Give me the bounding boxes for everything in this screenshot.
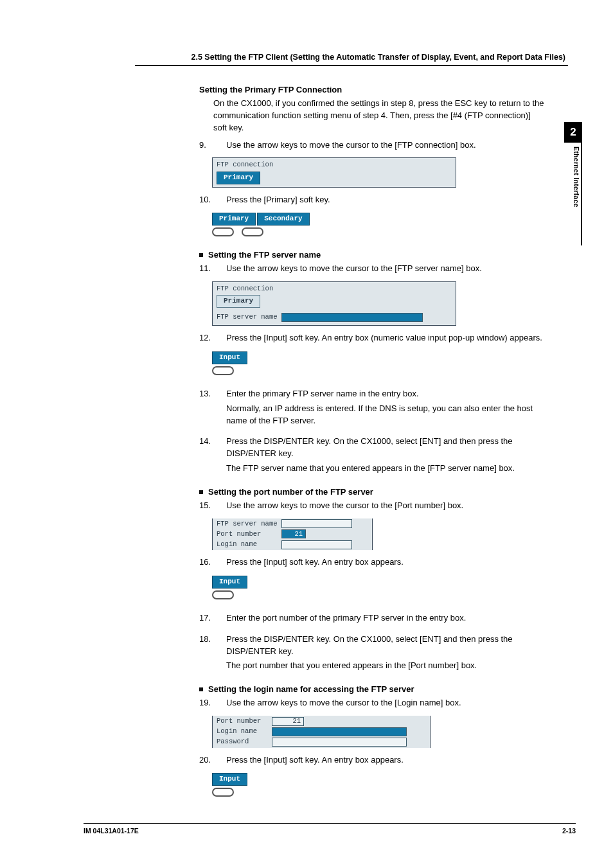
page-content: Setting the Primary FTP Connection On th… [199, 84, 546, 801]
step-17: 17. Enter the port number of the primary… [199, 612, 546, 627]
figure-input-softkey: Input [212, 772, 546, 801]
group-label: FTP connection [217, 284, 452, 294]
field-label-port-number: Port number [217, 716, 268, 726]
step-number: 20. [199, 754, 216, 769]
softkey-button-icon [212, 788, 234, 797]
step-text-line1: Press the DISP/ENTER key. On the CX1000,… [226, 436, 546, 460]
figure-input-softkey: Input [212, 575, 546, 603]
field-input-port-number: 21 [281, 529, 306, 538]
group-label: FTP connection [217, 160, 452, 170]
step-text: Press the [Input] soft key. An entry box… [226, 754, 546, 766]
heading-port-number-text: Setting the port number of the FTP serve… [208, 487, 373, 497]
step-text-line1: Press the DISP/ENTER key. On the CX1000,… [226, 633, 546, 658]
intro-paragraph: On the CX1000, if you confirmed the sett… [213, 98, 546, 134]
heading-login-name: Setting the login name for accessing the… [199, 684, 546, 696]
heading-primary-ftp: Setting the Primary FTP Connection [199, 84, 546, 96]
chapter-number-badge: 2 [564, 122, 582, 143]
step-text: Press the [Primary] soft key. [226, 194, 546, 206]
figure-primary-secondary-softkeys: PrimarySecondary [212, 212, 546, 240]
primary-chip-dim: Primary [217, 295, 260, 308]
step-number: 17. [199, 612, 216, 627]
step-number: 19. [199, 697, 216, 712]
heading-server-name: Setting the FTP server name [199, 249, 546, 261]
field-input-login-name [272, 727, 407, 736]
step-text: Use the arrow keys to move the cursor to… [226, 139, 546, 152]
step-20: 20. Press the [Input] soft key. An entry… [199, 754, 546, 769]
figure-login-name-box: Port number 21 Login name Password [212, 716, 546, 748]
step-text: Enter the port number of the primary FTP… [226, 612, 546, 624]
step-number: 14. [199, 436, 216, 477]
heading-login-name-text: Setting the login name for accessing the… [208, 684, 414, 694]
field-label-login-name: Login name [217, 540, 278, 549]
step-text-line2: The port number that you entered appears… [226, 660, 546, 672]
step-text: Press the [Input] soft key. An entry box… [226, 332, 546, 344]
step-18: 18. Press the DISP/ENTER key. On the CX1… [199, 633, 546, 675]
step-19: 19. Use the arrow keys to move the curso… [199, 697, 546, 712]
chapter-side-tab: 2 Ethernet Interface [564, 122, 582, 231]
field-label-port-number: Port number [217, 529, 278, 539]
field-input-login-name [281, 540, 352, 549]
step-text: Press the [Input] soft key. An entry box… [226, 556, 546, 569]
softkey-button-icon [242, 227, 263, 236]
step-15: 15. Use the arrow keys to move the curso… [199, 500, 546, 515]
field-input-server-name [281, 519, 352, 528]
input-softkey-label: Input [212, 576, 247, 589]
step-number: 13. [199, 388, 216, 430]
step-number: 15. [199, 500, 216, 515]
step-16: 16. Press the [Input] soft key. An entry… [199, 556, 546, 571]
section-header: 2.5 Setting the FTP Client (Setting the … [135, 51, 568, 66]
footer-page-number: 2-13 [562, 826, 576, 836]
figure-port-number-box: FTP server name Port number 21 Login nam… [212, 518, 546, 551]
field-label-password: Password [217, 737, 268, 747]
primary-chip: Primary [217, 172, 260, 184]
step-number: 18. [199, 633, 216, 675]
figure-ftp-connection-box: FTP connection Primary [212, 157, 546, 187]
page-footer: IM 04L31A01-17E 2-13 [84, 823, 576, 836]
step-text-line1: Enter the primary FTP server name in the… [226, 388, 546, 400]
chapter-tab-label: Ethernet Interface [571, 146, 581, 245]
step-10: 10. Press the [Primary] soft key. [199, 194, 546, 209]
step-text: Use the arrow keys to move the cursor to… [226, 263, 546, 275]
field-label-server-name: FTP server name [217, 312, 278, 322]
heading-server-name-text: Setting the FTP server name [208, 250, 321, 260]
softkey-button-icon [212, 227, 234, 236]
section-header-text: 2.5 Setting the FTP Client (Setting the … [135, 51, 568, 63]
step-text-line2: The FTP server name that you entered app… [226, 463, 546, 475]
footer-doc-id: IM 04L31A01-17E [84, 826, 139, 836]
field-label-login-name: Login name [217, 727, 268, 736]
figure-input-softkey: Input [212, 351, 546, 379]
step-14: 14. Press the DISP/ENTER key. On the CX1… [199, 436, 546, 477]
input-softkey-label: Input [212, 773, 247, 786]
softkey-button-icon [212, 366, 234, 375]
step-number: 9. [199, 139, 216, 154]
figure-ftp-server-name-box: FTP connection Primary FTP server name [212, 281, 546, 326]
step-number: 10. [199, 194, 216, 209]
document-page: 2.5 Setting the FTP Client (Setting the … [0, 0, 613, 868]
step-9: 9. Use the arrow keys to move the cursor… [199, 139, 546, 154]
step-13: 13. Enter the primary FTP server name in… [199, 388, 546, 430]
field-label-server-name: FTP server name [217, 519, 278, 529]
primary-softkey-label: Primary [212, 213, 256, 226]
step-number: 16. [199, 556, 216, 571]
field-input-password [272, 738, 407, 747]
step-12: 12. Press the [Input] soft key. An entry… [199, 332, 546, 347]
softkey-button-icon [212, 590, 234, 599]
heading-port-number: Setting the port number of the FTP serve… [199, 486, 546, 499]
step-number: 12. [199, 332, 216, 347]
input-softkey-label: Input [212, 351, 247, 364]
step-number: 11. [199, 263, 216, 278]
step-text: Use the arrow keys to move the cursor to… [226, 500, 546, 512]
secondary-softkey-label: Secondary [257, 213, 309, 226]
step-text: Use the arrow keys to move the cursor to… [226, 697, 546, 709]
step-11: 11. Use the arrow keys to move the curso… [199, 263, 546, 278]
field-input-port-number: 21 [272, 717, 304, 726]
field-input-server-name [281, 313, 423, 322]
step-text-line2: Normally, an IP address is entered. If t… [226, 403, 546, 427]
